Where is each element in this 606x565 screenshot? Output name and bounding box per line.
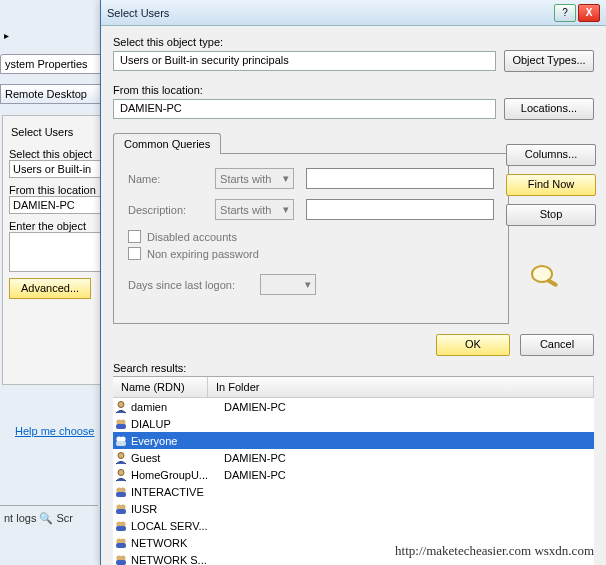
bg-location-field[interactable]: DAMIEN-PC [9,196,111,214]
user-icon [113,400,129,414]
find-now-button[interactable]: Find Now [506,174,596,196]
svg-point-10 [118,469,124,475]
object-types-button[interactable]: Object Types... [504,50,594,72]
column-name[interactable]: Name (RDN) [113,377,208,397]
columns-button[interactable]: Columns... [506,144,596,166]
days-since-logon-label: Days since last logon: [128,279,248,291]
result-row[interactable]: LOCAL SERV... [113,517,594,534]
group-icon [113,485,129,499]
result-row[interactable]: INTERACTIVE [113,483,594,500]
search-results-label: Search results: [113,362,594,374]
cancel-button[interactable]: Cancel [520,334,594,356]
row-name: NETWORK S... [129,554,216,566]
row-name: INTERACTIVE [129,486,216,498]
group-icon [113,502,129,516]
non-expiring-password-checkbox[interactable]: Non expiring password [128,247,494,260]
tab-common-queries[interactable]: Common Queries [113,133,221,154]
svg-rect-5 [116,424,126,429]
row-name: damien [129,401,216,413]
bg-object-field[interactable]: Users or Built-in [9,160,111,178]
location-field[interactable]: DAMIEN-PC [113,99,496,119]
dialog-title: Select Users [107,7,552,19]
expand-arrow[interactable]: ▸ [4,30,9,41]
row-name: IUSR [129,503,216,515]
title-bar[interactable]: Select Users ? X [101,0,606,26]
svg-point-18 [120,521,125,526]
chevron-down-icon: ▾ [283,172,289,185]
bg-enter-label: Enter the object [9,220,111,232]
select-users-dialog: Select Users ? X Select this object type… [100,0,606,565]
result-row[interactable]: damienDAMIEN-PC [113,398,594,415]
magnifier-icon [528,262,562,290]
result-row[interactable]: DIALUP [113,415,594,432]
row-name: NETWORK [129,537,216,549]
bg-event-logs: nt logs 🔍 Scr [0,505,98,531]
watermark-text: http://maketecheasier.com wsxdn.com [395,543,594,559]
description-input[interactable] [306,199,494,220]
help-button[interactable]: ? [554,4,576,22]
svg-rect-19 [116,526,126,531]
result-row[interactable]: HomeGroupU...DAMIEN-PC [113,466,594,483]
help-me-choose-link[interactable]: Help me choose [15,425,95,437]
bg-location-label: From this location [9,184,111,196]
svg-rect-1 [546,278,558,287]
result-row[interactable]: IUSR [113,500,594,517]
ok-button[interactable]: OK [436,334,510,356]
bg-dialog-title: Select Users [9,122,111,142]
svg-rect-16 [116,509,126,514]
row-folder: DAMIEN-PC [216,401,286,413]
row-name: LOCAL SERV... [129,520,216,532]
results-grid: Name (RDN) In Folder damienDAMIEN-PCDIAL… [113,376,594,565]
svg-rect-22 [116,543,126,548]
svg-rect-8 [116,441,126,446]
checkbox-icon [128,247,141,260]
bg-advanced-button[interactable]: Advanced... [9,278,91,299]
common-queries-panel: Name: Starts with▾ Description: Starts w… [113,153,509,324]
svg-point-24 [120,555,125,560]
row-folder: DAMIEN-PC [216,452,286,464]
svg-point-15 [120,504,125,509]
user-icon [113,451,129,465]
disabled-accounts-checkbox[interactable]: Disabled accounts [128,230,494,243]
svg-rect-25 [116,560,126,565]
group-icon [113,417,129,431]
group-icon [113,519,129,533]
svg-point-12 [120,487,125,492]
description-label: Description: [128,204,203,216]
svg-point-9 [118,452,124,458]
locations-button[interactable]: Locations... [504,98,594,120]
result-row[interactable]: GuestDAMIEN-PC [113,449,594,466]
row-name: Everyone [129,435,216,447]
svg-rect-13 [116,492,126,497]
column-folder[interactable]: In Folder [208,377,594,397]
result-row[interactable]: Everyone [113,432,594,449]
svg-point-4 [120,419,125,424]
description-mode-combo[interactable]: Starts with▾ [215,199,294,220]
bg-enter-field[interactable] [9,232,111,272]
object-type-label: Select this object type: [113,36,594,48]
chevron-down-icon: ▾ [305,278,311,291]
name-mode-combo[interactable]: Starts with▾ [215,168,294,189]
group-icon [113,553,129,566]
svg-point-21 [120,538,125,543]
checkbox-icon [128,230,141,243]
user-icon [113,468,129,482]
close-button[interactable]: X [578,4,600,22]
object-type-field[interactable]: Users or Built-in security principals [113,51,496,71]
location-label: From this location: [113,84,594,96]
stop-button[interactable]: Stop [506,204,596,226]
days-since-logon-combo[interactable]: ▾ [260,274,316,295]
name-label: Name: [128,173,203,185]
group-icon [113,536,129,550]
row-name: Guest [129,452,216,464]
grid-header[interactable]: Name (RDN) In Folder [113,377,594,398]
row-folder: DAMIEN-PC [216,469,286,481]
chevron-down-icon: ▾ [283,203,289,216]
svg-point-2 [118,401,124,407]
group-icon [113,434,129,448]
row-name: DIALUP [129,418,216,430]
row-name: HomeGroupU... [129,469,216,481]
bg-object-label: Select this object [9,148,111,160]
svg-point-7 [120,436,125,441]
name-input[interactable] [306,168,494,189]
